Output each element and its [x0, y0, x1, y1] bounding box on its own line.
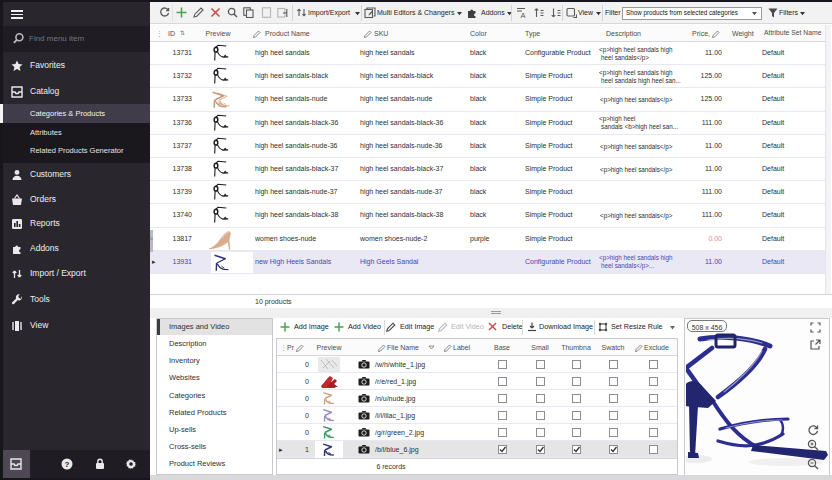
svg-text:A: A [521, 11, 526, 18]
svg-text:?: ? [65, 460, 70, 469]
